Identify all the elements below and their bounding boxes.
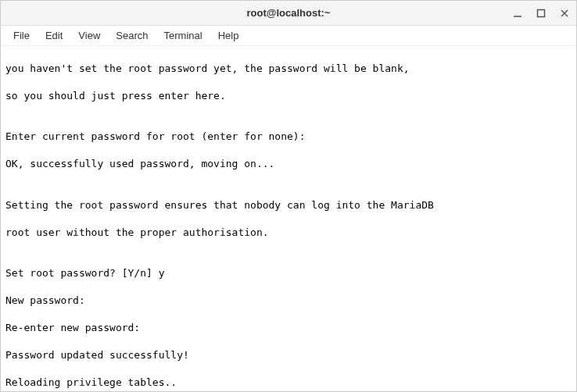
terminal-line: New password: — [5, 294, 572, 308]
close-button[interactable] — [559, 8, 570, 19]
terminal-line: Set root password? [Y/n] y — [5, 266, 572, 280]
terminal-line: Setting the root password ensures that n… — [5, 198, 572, 212]
terminal-line: Reloading privilege tables.. — [5, 376, 572, 390]
terminal-line: Password updated successfully! — [5, 348, 572, 362]
maximize-icon — [536, 9, 546, 18]
menu-file[interactable]: File — [5, 27, 38, 44]
terminal-output[interactable]: you haven't set the root password yet, t… — [1, 46, 576, 391]
terminal-line: so you should just press enter here. — [5, 89, 572, 103]
minimize-button[interactable] — [512, 8, 523, 19]
menubar: File Edit View Search Terminal Help — [1, 26, 576, 46]
terminal-line: root user without the proper authorisati… — [5, 226, 572, 240]
svg-rect-1 — [538, 10, 545, 17]
menu-edit[interactable]: Edit — [38, 27, 70, 44]
terminal-line: you haven't set the root password yet, t… — [5, 62, 572, 76]
menu-view[interactable]: View — [70, 27, 108, 44]
window-title: root@localhost:~ — [247, 7, 331, 19]
minimize-icon — [513, 9, 522, 18]
window-controls — [512, 1, 570, 26]
titlebar: root@localhost:~ — [1, 1, 576, 26]
terminal-line: Re-enter new password: — [5, 321, 572, 335]
terminal-line: Enter current password for root (enter f… — [5, 130, 572, 144]
menu-terminal[interactable]: Terminal — [156, 27, 210, 44]
maximize-button[interactable] — [536, 8, 547, 19]
menu-help[interactable]: Help — [210, 27, 247, 44]
close-icon — [560, 9, 569, 18]
terminal-line: OK, successfully used password, moving o… — [5, 157, 572, 171]
menu-search[interactable]: Search — [108, 27, 156, 44]
